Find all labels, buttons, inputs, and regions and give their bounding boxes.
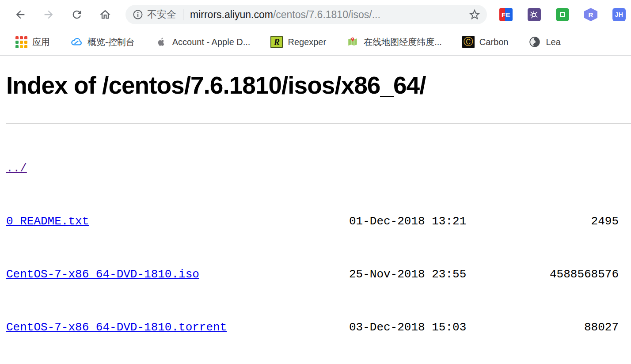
bookmark-apple-account[interactable]: Account - Apple D... xyxy=(155,36,251,48)
extension-screenshot-button[interactable] xyxy=(556,8,569,21)
regexper-icon: R xyxy=(270,36,283,48)
security-label: 不安全 xyxy=(147,8,176,21)
cloud-icon xyxy=(70,36,83,48)
r-hexagon-icon: R xyxy=(589,11,593,19)
forward-button[interactable] xyxy=(42,8,55,21)
extension-icons: FE R JH xyxy=(499,8,626,21)
nav-buttons xyxy=(14,0,111,29)
bookmark-label: Regexper xyxy=(288,37,326,47)
file-link[interactable]: 0_README.txt xyxy=(6,215,89,228)
home-button[interactable] xyxy=(99,8,111,21)
extension-fe-button[interactable]: FE xyxy=(499,8,513,21)
file-size: 2495 xyxy=(477,215,619,228)
file-size: 4588568576 xyxy=(477,268,619,281)
bookmark-regexper[interactable]: R Regexper xyxy=(270,36,326,48)
bookmark-label: 概览-控制台 xyxy=(87,36,135,48)
spider-icon xyxy=(529,10,539,19)
bookmark-label: 在线地图经度纬度... xyxy=(364,36,442,48)
reload-button[interactable] xyxy=(71,8,83,21)
file-link[interactable]: CentOS-7-x86_64-DVD-1810.iso xyxy=(6,268,199,281)
apps-grid-icon xyxy=(15,36,27,48)
info-icon xyxy=(133,9,143,20)
reload-icon xyxy=(71,8,83,21)
url-host: mirrors.aliyun.com xyxy=(190,9,273,20)
back-icon xyxy=(14,8,27,21)
bookmark-label: Lea xyxy=(546,37,560,47)
page-title: Index of /centos/7.6.1810/isos/x86_64/ xyxy=(6,72,631,99)
screenshot-icon xyxy=(560,12,565,17)
file-date: 01-Dec-2018 13:21 xyxy=(349,215,477,228)
apple-icon xyxy=(155,36,167,48)
globe-icon xyxy=(528,36,541,48)
home-icon xyxy=(99,8,111,21)
address-bar[interactable]: 不安全 mirrors.aliyun.com/centos/7.6.1810/i… xyxy=(125,5,487,24)
bookmark-carbon[interactable]: Ⓒ Carbon xyxy=(462,36,509,48)
bookmark-lea[interactable]: Lea xyxy=(528,36,560,48)
file-row: CentOS-7-x86_64-DVD-1810.iso 25-Nov-2018… xyxy=(6,268,619,281)
forward-icon xyxy=(42,8,55,21)
directory-index-page: Index of /centos/7.6.1810/isos/x86_64/ .… xyxy=(0,72,631,364)
map-icon xyxy=(346,36,359,48)
file-link[interactable]: CentOS-7-x86_64-DVD-1810.torrent xyxy=(6,321,227,334)
extension-r-button[interactable]: R xyxy=(584,8,597,21)
bookmark-label: Carbon xyxy=(479,37,509,47)
parent-dir-link[interactable]: ../ xyxy=(6,162,27,175)
file-list: ../ 0_README.txt 01-Dec-2018 13:21 2495 … xyxy=(6,135,619,364)
bookmark-online-map[interactable]: 在线地图经度纬度... xyxy=(346,36,442,48)
bookmark-apps[interactable]: 应用 xyxy=(15,36,50,48)
star-icon xyxy=(468,8,481,21)
file-date: 25-Nov-2018 23:55 xyxy=(349,268,477,281)
url-path: /centos/7.6.1810/isos/... xyxy=(273,9,380,20)
bookmarks-bar: 应用 概览-控制台 Account - Apple D... R Regexpe… xyxy=(0,29,631,56)
omnibox-divider xyxy=(183,9,183,20)
carbon-icon: Ⓒ xyxy=(462,36,475,48)
file-size: 88027 xyxy=(477,321,619,334)
file-row: CentOS-7-x86_64-DVD-1810.torrent 03-Dec-… xyxy=(6,321,619,334)
url-text: mirrors.aliyun.com/centos/7.6.1810/isos/… xyxy=(190,9,380,21)
bookmark-label: Account - Apple D... xyxy=(172,37,251,47)
security-chip[interactable]: 不安全 xyxy=(133,8,176,21)
file-date: 03-Dec-2018 15:03 xyxy=(349,321,477,334)
browser-toolbar: 不安全 mirrors.aliyun.com/centos/7.6.1810/i… xyxy=(0,0,631,29)
fe-extension-icon: FE xyxy=(502,11,510,19)
file-row: 0_README.txt 01-Dec-2018 13:21 2495 xyxy=(6,215,619,228)
extension-spider-button[interactable] xyxy=(528,8,541,21)
extension-jh-button[interactable]: JH xyxy=(612,8,626,21)
back-button[interactable] xyxy=(14,8,27,21)
parent-dir-row: ../ xyxy=(6,162,619,175)
bookmark-label: 应用 xyxy=(32,36,50,48)
jh-extension-icon: JH xyxy=(615,11,623,18)
bookmark-cloud-console[interactable]: 概览-控制台 xyxy=(70,36,135,48)
bookmark-star-button[interactable] xyxy=(468,8,482,22)
browser-chrome: 不安全 mirrors.aliyun.com/centos/7.6.1810/i… xyxy=(0,0,631,56)
divider-top xyxy=(6,123,631,124)
